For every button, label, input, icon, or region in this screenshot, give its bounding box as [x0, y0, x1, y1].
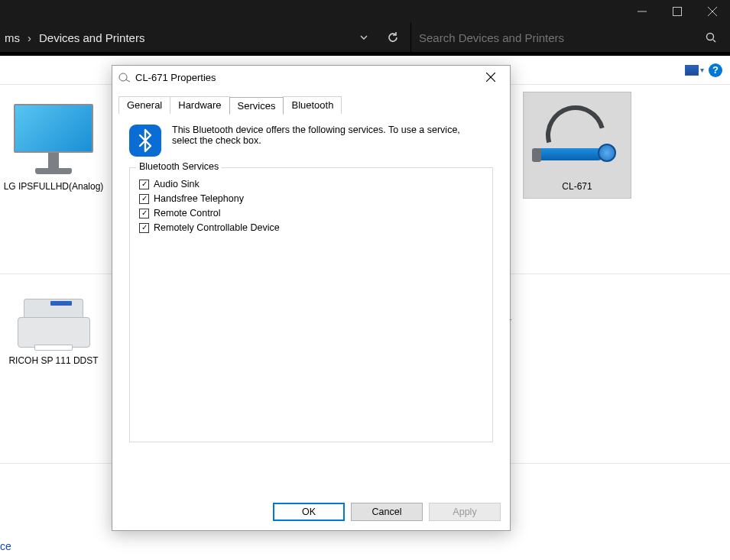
search-icon[interactable]: [698, 31, 724, 44]
chevron-right-icon: ›: [28, 31, 31, 44]
bluetooth-icon: [129, 125, 161, 157]
close-button[interactable]: [695, 0, 730, 23]
dialog-button-row: OK Cancel Apply: [273, 503, 501, 521]
status-text: ce: [0, 540, 11, 552]
dialog-close-button[interactable]: [478, 68, 504, 86]
device-label: LG IPSFULLHD(Analog): [3, 181, 104, 193]
chevron-down-icon: ▾: [700, 66, 704, 74]
tab-panel-services: This Bluetooth device offers the followi…: [118, 114, 504, 481]
device-label: RICOH SP 111 DDST: [3, 355, 104, 367]
checkbox-icon[interactable]: [139, 194, 149, 204]
maximize-button[interactable]: [660, 0, 695, 23]
dialog-titlebar[interactable]: CL-671 Properties: [112, 66, 510, 89]
breadcrumb-segment[interactable]: Devices and Printers: [39, 31, 144, 44]
minimize-button[interactable]: [625, 0, 660, 23]
service-label: Handsfree Telephony: [154, 193, 244, 204]
printer-icon: [18, 294, 90, 348]
device-headset[interactable]: CL-671: [524, 92, 631, 198]
headset-icon: [535, 101, 619, 177]
service-checkbox-row[interactable]: Remotely Controllable Device: [139, 222, 483, 233]
tab-hardware[interactable]: Hardware: [170, 96, 229, 114]
service-label: Remote Control: [154, 208, 221, 218]
view-button[interactable]: ▾: [685, 65, 704, 76]
checkbox-icon[interactable]: [139, 180, 149, 189]
window-titlebar: [0, 0, 730, 23]
ok-button[interactable]: OK: [273, 503, 345, 521]
svg-point-4: [707, 34, 714, 40]
dialog-description: This Bluetooth device offers the followi…: [172, 125, 478, 146]
device-printer[interactable]: RICOH SP 111 DDST: [0, 282, 107, 372]
address-dropdown-button[interactable]: [352, 26, 375, 49]
cancel-button[interactable]: Cancel: [351, 503, 423, 521]
service-checkbox-row[interactable]: Audio Sink: [139, 179, 483, 189]
help-button[interactable]: ?: [709, 63, 722, 77]
svg-line-5: [713, 40, 715, 42]
device-label: CL-671: [527, 181, 628, 193]
fieldset-legend: Bluetooth Services: [136, 161, 222, 172]
search-input[interactable]: [411, 23, 698, 52]
tab-strip: General Hardware Services Bluetooth: [112, 96, 510, 114]
apply-button: Apply: [429, 503, 501, 521]
address-bar: ms › Devices and Printers: [0, 23, 730, 52]
checkbox-icon[interactable]: [139, 209, 149, 218]
service-label: Audio Sink: [154, 179, 200, 189]
service-checkbox-row[interactable]: Remote Control: [139, 208, 483, 218]
monitor-icon: [14, 104, 93, 174]
breadcrumb[interactable]: ms › Devices and Printers: [0, 31, 144, 44]
search-box: [410, 23, 724, 52]
device-monitor[interactable]: LG IPSFULLHD(Analog): [0, 92, 107, 198]
refresh-button[interactable]: [381, 26, 404, 49]
service-label: Remotely Controllable Device: [154, 222, 280, 233]
tab-general[interactable]: General: [118, 96, 170, 114]
tab-services[interactable]: Services: [229, 97, 284, 115]
breadcrumb-segment[interactable]: ms: [5, 31, 20, 44]
svg-rect-1: [673, 8, 682, 16]
properties-dialog: CL-671 Properties General Hardware Servi…: [112, 65, 511, 531]
dialog-title: CL-671 Properties: [135, 72, 216, 83]
svg-line-7: [125, 79, 130, 82]
help-glyph: ?: [712, 64, 719, 76]
service-checkbox-row[interactable]: Handsfree Telephony: [139, 193, 483, 204]
view-icon: [685, 65, 699, 76]
tab-bluetooth[interactable]: Bluetooth: [283, 96, 342, 114]
services-fieldset: Bluetooth Services Audio Sink Handsfree …: [129, 167, 493, 442]
device-icon: [118, 72, 131, 83]
checkbox-icon[interactable]: [139, 223, 149, 233]
